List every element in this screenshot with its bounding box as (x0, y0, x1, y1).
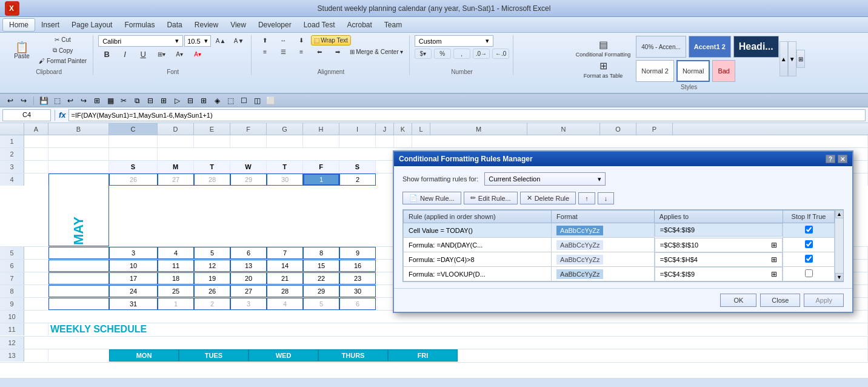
align-right-button[interactable]: ≡ (293, 47, 310, 56)
qa-btn17[interactable]: ⬚ (225, 95, 236, 106)
col-header-a[interactable]: A (24, 123, 48, 135)
menu-data[interactable]: Data (161, 19, 188, 31)
fill-color-button[interactable]: A▾ (171, 50, 188, 59)
font-size-dropdown[interactable]: 10.5 ▾ (184, 35, 211, 47)
qa-btn18[interactable]: ☐ (238, 95, 249, 106)
qa-btn10[interactable]: ⧉ (132, 95, 142, 106)
qa-btn13[interactable]: ▷ (172, 95, 182, 106)
cell-rest-1[interactable] (412, 135, 868, 147)
qa-btn19[interactable]: ◫ (252, 95, 262, 106)
qa-btn5[interactable]: ↩ (65, 95, 76, 106)
rule-3-range-icon[interactable]: ⊞ (771, 255, 777, 264)
day-header-s2[interactable]: S (339, 161, 376, 173)
rule-2-stop-if-true[interactable] (783, 238, 835, 252)
increase-decimal-button[interactable]: .0→ (473, 49, 490, 59)
rule-4-stop-if-true[interactable] (783, 267, 835, 281)
style-accent1-2[interactable]: Accent1 2 (689, 36, 731, 58)
formula-input[interactable] (68, 109, 866, 121)
qa-btn4[interactable]: ⬚ (52, 95, 62, 106)
col-header-f[interactable]: F (230, 123, 267, 135)
day-header-s1[interactable]: S (109, 161, 158, 173)
col-header-m[interactable]: M (430, 123, 527, 135)
sched-thurs[interactable]: THURS (318, 349, 388, 362)
menu-home[interactable]: Home (2, 18, 35, 32)
paste-button[interactable]: 📋 Paste (8, 39, 35, 62)
cell-g1[interactable] (267, 135, 303, 147)
underline-button[interactable]: U (135, 49, 152, 60)
conditional-formatting-button[interactable]: ▤ Conditional Formatting (573, 38, 633, 59)
style-40pct-accent[interactable]: 40% - Accen... (636, 36, 686, 58)
menu-review[interactable]: Review (189, 19, 224, 31)
col-header-b[interactable]: B (48, 123, 109, 135)
align-middle-button[interactable]: ↔ (275, 36, 292, 45)
style-normal[interactable]: Normal (676, 60, 710, 82)
menu-insert[interactable]: Insert (35, 19, 65, 31)
copy-button[interactable]: ⧉ Copy (36, 45, 89, 55)
rule-4-applies-to[interactable]: =$C$4:$I$9 ⊞ (655, 267, 783, 281)
align-bottom-button[interactable]: ⬇ (293, 36, 310, 45)
cell-i1[interactable] (339, 135, 376, 147)
col-header-d[interactable]: D (158, 123, 194, 135)
menu-load-test[interactable]: Load Test (298, 19, 341, 31)
styles-scroll-up[interactable]: ▲ (780, 41, 788, 76)
indent-increase-button[interactable]: ➡ (329, 47, 346, 56)
cell-k1[interactable] (394, 135, 412, 147)
ok-button[interactable]: OK (720, 294, 756, 307)
may-label-cell[interactable]: MAY (48, 173, 109, 246)
rule-3-applies-to[interactable]: =$C$4:$H$4 ⊞ (655, 252, 783, 267)
style-heading[interactable]: Headi... (733, 36, 779, 58)
cell-d1[interactable] (158, 135, 194, 147)
new-rule-button[interactable]: 📄 New Rule... (402, 192, 461, 204)
sched-mon[interactable]: MON (109, 349, 179, 362)
sched-wed[interactable]: WED (249, 349, 318, 362)
cell-f1[interactable] (230, 135, 267, 147)
merge-center-button[interactable]: ⊞ Merge & Center ▾ (347, 47, 406, 56)
cell-reference-box[interactable]: C4 (2, 109, 51, 121)
day-header-f[interactable]: F (303, 161, 339, 173)
table-row[interactable]: Cell Value = TODAY() AaBbCcYyZz =$C$4:$I… (404, 223, 835, 238)
menu-acrobat[interactable]: Acrobat (341, 19, 378, 31)
style-normal-2[interactable]: Normal 2 (636, 60, 674, 82)
menu-formulas[interactable]: Formulas (118, 19, 161, 31)
move-down-button[interactable]: ↓ (598, 192, 615, 204)
col-header-i[interactable]: I (339, 123, 376, 135)
col-header-p[interactable]: P (636, 123, 673, 135)
delete-rule-button[interactable]: ✕ Delete Rule (520, 192, 576, 204)
qa-undo[interactable]: ↩ (5, 95, 16, 106)
font-family-dropdown[interactable]: Calibri ▾ (98, 35, 183, 47)
number-format-dropdown[interactable]: Custom ▾ (415, 35, 493, 47)
sched-tues[interactable]: TUES (179, 349, 249, 362)
cut-button[interactable]: ✂ Cut (36, 35, 89, 44)
qa-btn15[interactable]: ⊞ (198, 95, 209, 106)
rule-1-checkbox[interactable] (805, 226, 813, 234)
sched-fri[interactable]: FRI (388, 349, 458, 362)
align-left-button[interactable]: ≡ (256, 47, 273, 56)
col-header-n[interactable]: N (527, 123, 600, 135)
col-header-g[interactable]: G (267, 123, 303, 135)
show-rules-dropdown[interactable]: Current Selection ▾ (484, 172, 606, 186)
rule-2-applies-to[interactable]: =$C$8:$I$10 ⊞ (655, 238, 783, 252)
menu-developer[interactable]: Developer (252, 19, 298, 31)
move-up-button[interactable]: ↑ (578, 192, 595, 204)
rule-1-applies-to[interactable]: =$C$4:$I$9 (655, 223, 783, 237)
rule-1-stop-if-true[interactable] (783, 223, 835, 238)
increase-font-button[interactable]: A▲ (212, 36, 229, 45)
rule-3-checkbox[interactable] (805, 255, 813, 263)
apply-button[interactable]: Apply (804, 294, 844, 307)
rule-4-checkbox[interactable] (805, 269, 813, 277)
col-header-l[interactable]: L (412, 123, 430, 135)
rule-3-stop-if-true[interactable] (783, 252, 835, 267)
borders-button[interactable]: ⊞▾ (153, 50, 170, 59)
cell-j1[interactable] (376, 135, 394, 147)
table-row[interactable]: Formula: =VLOOKUP(D... AaBbCcYyZz =$C$4:… (404, 267, 835, 281)
rule-2-range-icon[interactable]: ⊞ (771, 241, 777, 249)
rule-2-checkbox[interactable] (805, 240, 813, 248)
align-center-button[interactable]: ☰ (275, 47, 292, 56)
col-header-j[interactable]: J (376, 123, 394, 135)
qa-btn9[interactable]: ✂ (118, 95, 129, 106)
dialog-help-button[interactable]: ? (826, 155, 835, 163)
menu-view[interactable]: View (224, 19, 252, 31)
indent-decrease-button[interactable]: ⬅ (311, 47, 328, 56)
italic-button[interactable]: I (116, 49, 133, 60)
col-header-k[interactable]: K (394, 123, 412, 135)
